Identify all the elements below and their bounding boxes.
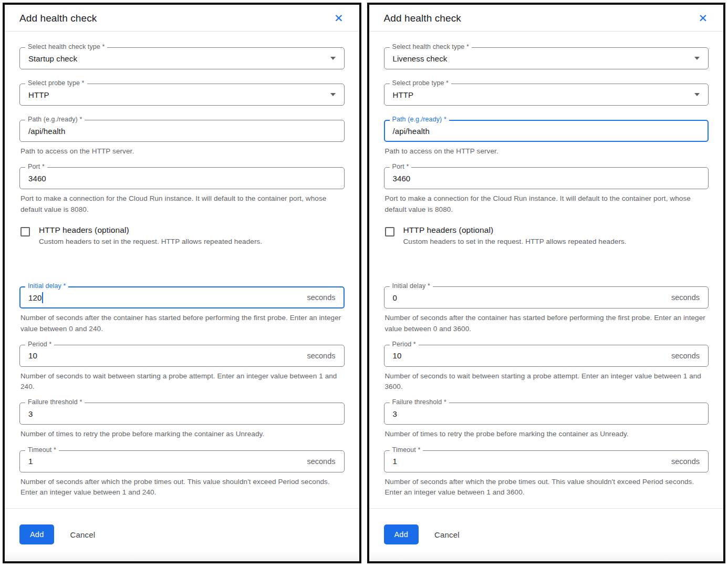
path-label: Path (e.g./ready) * xyxy=(25,116,85,123)
period-field[interactable]: Period * 10 seconds xyxy=(19,345,345,367)
path-value: /api/health xyxy=(393,127,430,136)
probe-type-select[interactable]: Select probe type * HTTP xyxy=(384,84,709,106)
failure-threshold-helper-text: Number of times to retry the probe befor… xyxy=(385,429,706,439)
add-health-check-dialog-liveness: Add health check ✕ Select health check t… xyxy=(367,3,726,563)
probe-type-value: HTTP xyxy=(393,90,414,99)
http-headers-row: HTTP headers (optional) Custom headers t… xyxy=(20,225,345,247)
initial-delay-label: Initial delay * xyxy=(25,282,68,290)
port-label: Port * xyxy=(25,163,47,170)
http-headers-helper-text: Custom headers to set in the request. HT… xyxy=(39,236,262,247)
initial-delay-helper-text: Number of seconds after the container ha… xyxy=(20,313,342,334)
close-icon[interactable]: ✕ xyxy=(333,13,345,24)
add-button[interactable]: Add xyxy=(384,524,419,544)
probe-type-label: Select probe type * xyxy=(25,79,87,87)
health-check-type-label: Select health check type * xyxy=(25,43,107,50)
dialog-title: Add health check xyxy=(384,13,461,24)
probe-type-select[interactable]: Select probe type * HTTP xyxy=(19,84,345,106)
path-field[interactable]: Path (e.g./ready) * /api/health xyxy=(19,120,345,142)
cancel-button[interactable]: Cancel xyxy=(70,530,95,539)
dialog-body: Select health check type * Liveness chec… xyxy=(369,32,724,508)
http-headers-text: HTTP headers (optional) Custom headers t… xyxy=(403,225,627,247)
http-headers-text: HTTP headers (optional) Custom headers t… xyxy=(39,225,262,247)
initial-delay-field[interactable]: Initial delay * 0 seconds xyxy=(384,286,709,308)
dropdown-arrow-icon xyxy=(330,57,336,60)
dialog-header: Add health check ✕ xyxy=(369,5,724,32)
initial-delay-unit: seconds xyxy=(671,293,700,302)
timeout-unit: seconds xyxy=(671,457,700,466)
path-helper-text: Path to access on the HTTP server. xyxy=(20,146,342,157)
port-value: 3460 xyxy=(28,174,46,183)
timeout-label: Timeout * xyxy=(390,446,423,454)
timeout-helper-text: Number of seconds after which the probe … xyxy=(385,477,706,498)
dialog-header: Add health check ✕ xyxy=(5,5,359,32)
probe-type-label: Select probe type * xyxy=(390,79,452,87)
port-field[interactable]: Port * 3460 xyxy=(384,167,709,189)
period-label: Period * xyxy=(390,341,419,348)
dialog-title: Add health check xyxy=(19,13,97,24)
failure-threshold-field[interactable]: Failure threshold * 3 xyxy=(384,403,709,425)
close-icon[interactable]: ✕ xyxy=(697,13,709,24)
port-label: Port * xyxy=(390,163,412,170)
failure-threshold-value: 3 xyxy=(28,409,33,418)
timeout-value: 1 xyxy=(393,457,397,466)
health-check-type-value: Startup check xyxy=(28,54,77,63)
http-headers-row: HTTP headers (optional) Custom headers t… xyxy=(385,225,709,247)
failure-threshold-value: 3 xyxy=(393,409,397,418)
period-helper-text: Number of seconds to wait between starti… xyxy=(385,371,706,393)
port-field[interactable]: Port * 3460 xyxy=(19,167,345,189)
cancel-button[interactable]: Cancel xyxy=(434,530,460,539)
period-unit: seconds xyxy=(671,352,700,360)
period-field[interactable]: Period * 10 seconds xyxy=(384,345,709,367)
http-headers-label: HTTP headers (optional) xyxy=(39,225,262,235)
initial-delay-field[interactable]: Initial delay * 120 seconds xyxy=(19,286,345,308)
period-helper-text: Number of seconds to wait between starti… xyxy=(20,371,342,393)
period-label: Period * xyxy=(25,341,54,348)
port-helper-text: Port to make a connection for the Cloud … xyxy=(385,193,706,215)
path-field[interactable]: Path (e.g./ready) * /api/health xyxy=(384,120,709,142)
initial-delay-helper-text: Number of seconds after the container ha… xyxy=(385,313,706,334)
dropdown-arrow-icon xyxy=(694,93,700,96)
timeout-value: 1 xyxy=(28,457,33,466)
initial-delay-value: 0 xyxy=(393,293,397,302)
http-headers-checkbox[interactable] xyxy=(20,227,30,236)
http-headers-checkbox[interactable] xyxy=(385,227,394,236)
text-cursor xyxy=(42,292,43,303)
two-dialog-comparison: Add health check ✕ Select health check t… xyxy=(0,0,728,566)
probe-type-value: HTTP xyxy=(28,90,49,99)
period-value: 10 xyxy=(393,351,402,360)
path-value: /api/health xyxy=(28,127,65,136)
initial-delay-label: Initial delay * xyxy=(390,282,433,290)
timeout-unit: seconds xyxy=(307,457,335,466)
http-headers-label: HTTP headers (optional) xyxy=(403,225,627,235)
initial-delay-value: 120 xyxy=(28,292,43,303)
path-helper-text: Path to access on the HTTP server. xyxy=(385,146,706,157)
failure-threshold-label: Failure threshold * xyxy=(25,398,85,406)
dialog-footer: Add Cancel xyxy=(5,508,359,563)
add-button[interactable]: Add xyxy=(19,524,54,544)
dropdown-arrow-icon xyxy=(694,57,700,60)
health-check-type-label: Select health check type * xyxy=(390,43,472,50)
period-value: 10 xyxy=(28,351,37,360)
failure-threshold-label: Failure threshold * xyxy=(390,398,449,406)
health-check-type-select[interactable]: Select health check type * Liveness chec… xyxy=(384,47,709,69)
timeout-label: Timeout * xyxy=(25,446,59,454)
dialog-body: Select health check type * Startup check… xyxy=(5,32,359,508)
add-health-check-dialog-startup: Add health check ✕ Select health check t… xyxy=(3,3,361,563)
dropdown-arrow-icon xyxy=(330,93,336,96)
bottom-scroll-shadow xyxy=(5,551,359,563)
path-label: Path (e.g./ready) * xyxy=(390,116,449,123)
health-check-type-value: Liveness check xyxy=(393,54,448,63)
bottom-scroll-shadow xyxy=(369,551,724,563)
failure-threshold-helper-text: Number of times to retry the probe befor… xyxy=(20,429,342,439)
period-unit: seconds xyxy=(307,352,335,360)
initial-delay-unit: seconds xyxy=(307,293,335,302)
http-headers-helper-text: Custom headers to set in the request. HT… xyxy=(403,236,627,247)
health-check-type-select[interactable]: Select health check type * Startup check xyxy=(19,47,345,69)
port-value: 3460 xyxy=(393,174,411,183)
port-helper-text: Port to make a connection for the Cloud … xyxy=(20,193,342,215)
timeout-field[interactable]: Timeout * 1 seconds xyxy=(384,450,709,472)
dialog-footer: Add Cancel xyxy=(369,508,724,563)
timeout-helper-text: Number of seconds after which the probe … xyxy=(20,477,342,498)
failure-threshold-field[interactable]: Failure threshold * 3 xyxy=(19,403,345,425)
timeout-field[interactable]: Timeout * 1 seconds xyxy=(19,450,345,472)
